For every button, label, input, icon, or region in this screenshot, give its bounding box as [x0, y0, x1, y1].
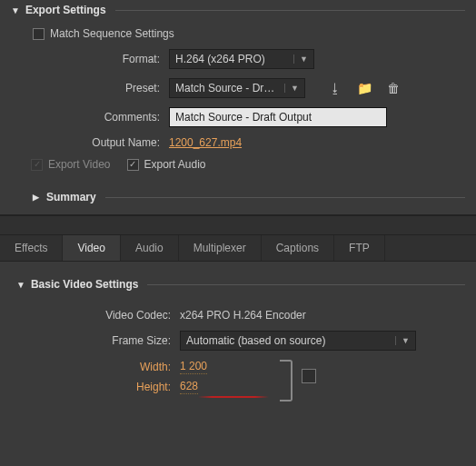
output-name-label: Output Name:	[33, 136, 169, 149]
tab-ftp[interactable]: FTP	[334, 235, 385, 261]
import-preset-icon[interactable]: 📁	[354, 79, 374, 97]
tab-effects[interactable]: Effects	[0, 235, 63, 261]
basic-video-header[interactable]: ▼ Basic Video Settings	[0, 274, 476, 294]
twisty-down-icon: ▼	[16, 280, 25, 290]
tab-audio[interactable]: Audio	[121, 235, 179, 261]
export-audio-label: Export Audio	[144, 158, 206, 171]
summary-label: Summary	[46, 191, 96, 203]
preset-dropdown[interactable]: Match Source - Dr… ▼	[169, 78, 305, 98]
comments-input[interactable]: Match Source - Draft Output	[169, 107, 387, 127]
tab-bar: Effects Video Audio Multiplexer Captions…	[0, 235, 476, 262]
chevron-down-icon: ▼	[293, 55, 308, 64]
format-value: H.264 (x264 PRO)	[175, 53, 265, 65]
codec-label: Video Codec:	[16, 309, 180, 322]
rule	[105, 197, 465, 198]
link-bracket-icon	[280, 360, 293, 402]
export-settings-title: Export Settings	[25, 4, 106, 16]
annotation-underline	[198, 396, 269, 398]
save-preset-icon[interactable]: ⭳	[325, 79, 345, 97]
width-value[interactable]: 1 200	[180, 360, 207, 374]
width-label: Width:	[16, 361, 180, 373]
codec-value: x264 PRO H.264 Encoder	[180, 309, 306, 322]
preset-value: Match Source - Dr…	[175, 82, 274, 94]
tab-captions[interactable]: Captions	[262, 235, 334, 261]
export-video-checkbox	[31, 159, 43, 171]
summary-header[interactable]: ▶ Summary	[0, 185, 476, 213]
export-video-label: Export Video	[48, 158, 111, 171]
comments-label: Comments:	[33, 111, 169, 124]
export-settings-header[interactable]: ▼ Export Settings	[0, 0, 476, 20]
rule	[147, 284, 465, 285]
aspect-link-checkbox[interactable]	[302, 369, 316, 383]
tab-multiplexer[interactable]: Multiplexer	[179, 235, 262, 261]
preset-label: Preset:	[33, 82, 169, 94]
match-sequence-label: Match Sequence Settings	[50, 27, 174, 40]
frame-size-dropdown[interactable]: Automatic (based on source) ▼	[180, 331, 416, 351]
frame-size-label: Frame Size:	[16, 334, 180, 347]
comments-value: Match Source - Draft Output	[175, 111, 312, 124]
twisty-right-icon: ▶	[33, 193, 39, 202]
chevron-down-icon: ▼	[284, 84, 299, 93]
panel-gap	[0, 215, 476, 235]
tab-video[interactable]: Video	[63, 235, 120, 261]
output-name-link[interactable]: 1200_627.mp4	[169, 136, 242, 149]
twisty-down-icon: ▼	[11, 5, 20, 15]
match-sequence-checkbox[interactable]	[33, 28, 45, 40]
basic-video-title: Basic Video Settings	[31, 278, 138, 291]
height-value[interactable]: 628	[180, 380, 198, 394]
height-label: Height:	[16, 381, 180, 393]
format-dropdown[interactable]: H.264 (x264 PRO) ▼	[169, 49, 314, 69]
chevron-down-icon: ▼	[395, 336, 410, 345]
rule	[115, 10, 465, 11]
delete-preset-icon[interactable]: 🗑	[383, 79, 403, 97]
frame-size-value: Automatic (based on source)	[186, 334, 325, 347]
format-label: Format:	[33, 53, 169, 65]
export-audio-checkbox[interactable]	[127, 159, 139, 171]
